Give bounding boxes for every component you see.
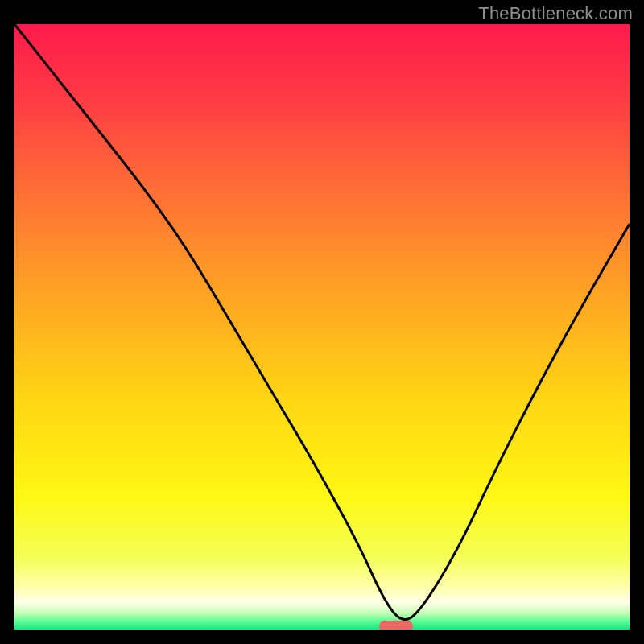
chart-frame: TheBottleneck.com <box>0 0 644 644</box>
optimum-marker <box>379 621 413 630</box>
watermark-text: TheBottleneck.com <box>478 3 633 24</box>
plot-area <box>14 24 630 630</box>
curve-layer <box>14 24 630 630</box>
bottleneck-curve <box>14 24 630 619</box>
